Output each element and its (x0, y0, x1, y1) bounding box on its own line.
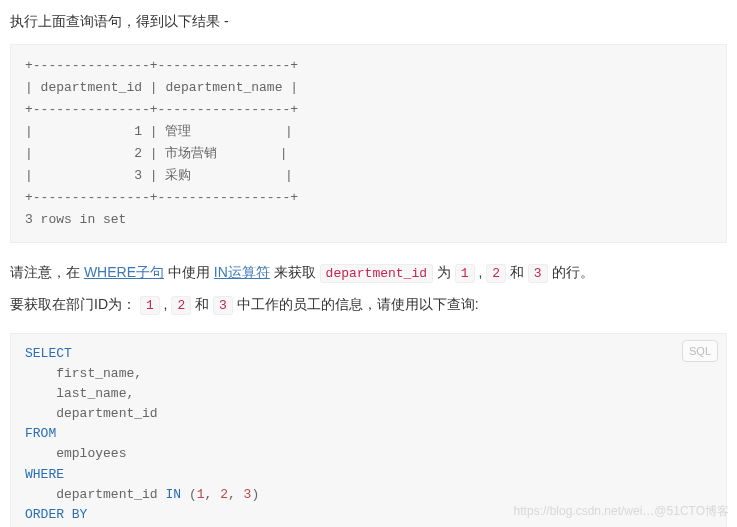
intro-text: 执行上面查询语句，得到以下结果 - (10, 10, 727, 34)
sql-code-block: SQL SELECT first_name, last_name, depart… (10, 333, 727, 527)
task-text: 和 (191, 296, 213, 312)
note-text: , (475, 264, 487, 280)
note-text: 请注意，在 (10, 264, 84, 280)
note-text: 中使用 (164, 264, 214, 280)
code-department-id: department_id (320, 264, 433, 283)
num-1: 1 (197, 487, 205, 502)
code-value-2: 2 (486, 264, 506, 283)
code-value-3: 3 (528, 264, 548, 283)
code-value-2b: 2 (171, 296, 191, 315)
field-last-name: last_name (56, 386, 126, 401)
num-2: 2 (220, 487, 228, 502)
where-clause-link[interactable]: WHERE子句 (84, 264, 164, 280)
task-paragraph: 要获取在部门ID为： 1 , 2 和 3 中工作的员工的信息，请使用以下查询: (10, 293, 727, 317)
code-value-1b: 1 (140, 296, 160, 315)
paren-close: ) (251, 487, 259, 502)
comma: , (228, 487, 236, 502)
paren-open: ( (189, 487, 197, 502)
field-first-name: first_name (56, 366, 134, 381)
comma: , (126, 386, 134, 401)
note-paragraph: 请注意，在 WHERE子句 中使用 IN运算符 来获取 department_i… (10, 261, 727, 285)
kw-order-by: ORDER BY (25, 507, 87, 522)
sql-code: SELECT first_name, last_name, department… (25, 344, 712, 527)
sql-badge: SQL (682, 340, 718, 363)
col-department-id: department_id (56, 487, 157, 502)
note-text: 来获取 (270, 264, 320, 280)
task-text: 要获取在部门ID为： (10, 296, 140, 312)
query-result-block: +---------------+-----------------+ | de… (10, 44, 727, 243)
code-value-3b: 3 (213, 296, 233, 315)
task-text: , (160, 296, 172, 312)
note-text: 为 (433, 264, 455, 280)
code-value-1: 1 (455, 264, 475, 283)
kw-where: WHERE (25, 467, 64, 482)
kw-select: SELECT (25, 346, 72, 361)
note-text: 的行。 (548, 264, 594, 280)
field-department-id: department_id (56, 406, 157, 421)
note-text: 和 (506, 264, 528, 280)
comma: , (205, 487, 213, 502)
task-text: 中工作的员工的信息，请使用以下查询: (233, 296, 479, 312)
kw-from: FROM (25, 426, 56, 441)
comma: , (134, 366, 142, 381)
table-employees: employees (56, 446, 126, 461)
in-operator-link[interactable]: IN运算符 (214, 264, 270, 280)
kw-in: IN (165, 487, 181, 502)
